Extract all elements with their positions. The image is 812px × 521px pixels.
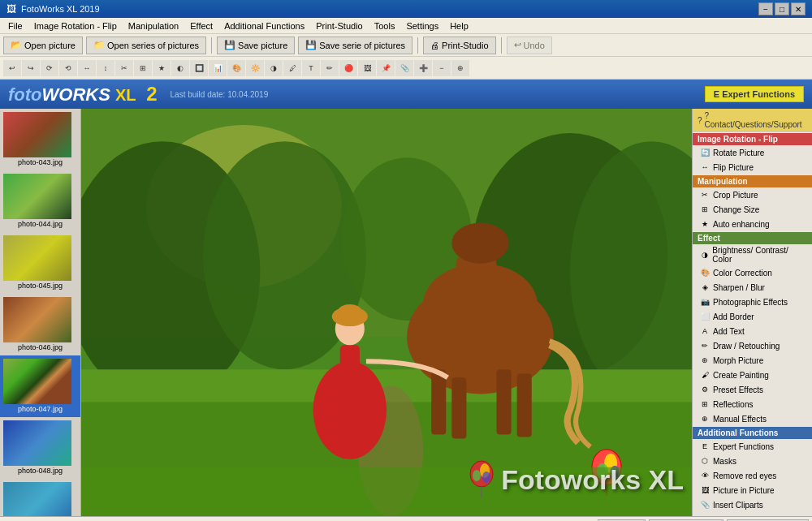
- icon-btn-7[interactable]: ✂: [115, 60, 133, 76]
- rotate-picture-button[interactable]: 🔄 Rotate Picture: [693, 145, 812, 160]
- icon-btn-19[interactable]: 🔴: [339, 60, 357, 76]
- thumbnail-image-043: [3, 112, 71, 157]
- menu-print-studio[interactable]: Print-Studio: [311, 19, 367, 32]
- photographic-effects-button[interactable]: 📷 Photographic Effects: [693, 295, 812, 309]
- symbols-lines-button[interactable]: — Symbols and Lines: [693, 512, 812, 516]
- menu-tools[interactable]: Tools: [369, 19, 400, 32]
- menu-settings[interactable]: Settings: [401, 19, 443, 32]
- open-picture-button[interactable]: 📂 Open picture: [3, 37, 83, 54]
- icon-btn-23[interactable]: ➕: [414, 60, 432, 76]
- thumbnail-image-047: [3, 359, 71, 404]
- masks-icon: ⬡: [699, 455, 710, 467]
- icon-btn-21[interactable]: 📌: [377, 60, 395, 76]
- undo-button[interactable]: ↩ Undo: [507, 37, 552, 54]
- crop-picture-button[interactable]: ✂ Crop Picture: [693, 187, 812, 202]
- thumbnail-image-044: [3, 174, 71, 219]
- icon-btn-3[interactable]: ⟳: [41, 60, 58, 76]
- sharpen-blur-button[interactable]: ◈ Sharpen / Blur: [693, 280, 812, 295]
- close-button[interactable]: ✕: [791, 2, 806, 15]
- icon-btn-13[interactable]: 🎨: [227, 60, 245, 76]
- thumbnail-048[interactable]: photo-048.jpg: [0, 417, 80, 479]
- insert-cliparts-button[interactable]: 📎 Insert Cliparts: [693, 497, 812, 512]
- manual-effects-button[interactable]: ⊕ Manual Effects: [693, 411, 812, 426]
- icon-btn-18[interactable]: ✏: [321, 60, 339, 76]
- thumbnail-043[interactable]: photo-043.jpg: [0, 109, 80, 170]
- icon-toolbar: ↩ ↪ ⟳ ⟲ ↔ ↕ ✂ ⊞ ★ ◐ 🔲 📊 🎨 🔆 ◑ 🖊 T ✏ 🔴 🖼 …: [0, 57, 812, 80]
- icon-btn-5[interactable]: ↔: [78, 60, 96, 76]
- draw-retouching-button[interactable]: ✏ Draw / Retouching: [693, 338, 812, 353]
- brightness-contrast-button[interactable]: ◑ Brightness/ Contrast/ Color: [693, 244, 812, 265]
- thumbnail-label-047: photo-047.jpg: [3, 404, 77, 414]
- add-border-button[interactable]: ⬜ Add Border: [693, 309, 812, 324]
- menu-effect[interactable]: Effect: [185, 19, 218, 32]
- icon-btn-24[interactable]: −: [433, 60, 451, 76]
- icon-btn-8[interactable]: ⊞: [134, 60, 152, 76]
- icon-btn-20[interactable]: 🖼: [358, 60, 376, 76]
- menu-manipulation[interactable]: Manipulation: [123, 19, 184, 32]
- open-series-button[interactable]: 📁 Open series of pictures: [86, 37, 206, 54]
- icon-btn-6[interactable]: ↕: [97, 60, 114, 76]
- icon-btn-2[interactable]: ↪: [22, 60, 40, 76]
- build-date: Last build date: 10.04.2019: [171, 90, 269, 99]
- preset-effects-button[interactable]: ⚙ Preset Effects: [693, 382, 812, 397]
- save-icon: 💾: [224, 40, 235, 50]
- morph-icon: ⊛: [699, 355, 710, 366]
- contact-support-button[interactable]: ? ? Contact/Questions/Support: [693, 109, 812, 132]
- icon-btn-22[interactable]: 📎: [395, 60, 413, 76]
- morph-picture-button[interactable]: ⊛ Morph Picture: [693, 353, 812, 368]
- menu-additional[interactable]: Additional Functions: [219, 19, 309, 32]
- folder-series-icon: 📁: [93, 40, 105, 50]
- thumbnail-049[interactable]: photo-049.jpg: [0, 479, 80, 516]
- expert-functions-button[interactable]: E Expert Functions: [693, 439, 812, 454]
- menu-image-rotation[interactable]: Image Rotation - Flip: [29, 19, 122, 32]
- thumbnail-image-048: [3, 420, 71, 466]
- menu-help[interactable]: Help: [445, 19, 473, 32]
- icon-btn-15[interactable]: ◑: [265, 60, 283, 76]
- add-text-button[interactable]: A Add Text: [693, 324, 812, 338]
- icon-btn-10[interactable]: ◐: [171, 60, 189, 76]
- preset-icon: ⚙: [699, 384, 710, 395]
- auto-enhancing-button[interactable]: ★ Auto enhancing: [693, 217, 812, 231]
- icon-btn-14[interactable]: 🔆: [246, 60, 264, 76]
- menu-file[interactable]: File: [3, 19, 28, 32]
- picture-in-picture-button[interactable]: 🖼 Picture in Picture: [693, 483, 812, 497]
- icon-btn-11[interactable]: 🔲: [190, 60, 208, 76]
- thumbnail-046[interactable]: photo-046.jpg: [0, 294, 80, 355]
- save-picture-button[interactable]: 💾 Save picture: [217, 37, 295, 54]
- save-series-icon: 💾: [305, 40, 317, 50]
- svg-rect-18: [517, 373, 532, 437]
- thumbnail-044[interactable]: photo-044.jpg: [0, 170, 80, 232]
- thumbnail-image-045: [3, 235, 71, 281]
- save-series-button[interactable]: 💾 Save serie of pictures: [298, 37, 412, 54]
- flip-picture-button[interactable]: ↔ Flip Picture: [693, 160, 812, 174]
- icon-btn-1[interactable]: ↩: [3, 60, 21, 76]
- masks-button[interactable]: ⬡ Masks: [693, 454, 812, 468]
- icon-btn-16[interactable]: 🖊: [283, 60, 301, 76]
- change-size-button[interactable]: ⊞ Change Size: [693, 202, 812, 217]
- thumbnail-image-046: [3, 297, 71, 342]
- icon-btn-9[interactable]: ★: [153, 60, 171, 76]
- toolbar-separator-1: [211, 37, 212, 54]
- maximize-button[interactable]: □: [775, 2, 789, 15]
- reflections-button[interactable]: ⊞ Reflections: [693, 397, 812, 411]
- title-bar-controls: − □ ✕: [758, 2, 806, 15]
- remove-red-eyes-button[interactable]: 👁 Remove red eyes: [693, 468, 812, 483]
- right-panel: ? ? Contact/Questions/Support Image Rota…: [692, 109, 812, 516]
- border-icon: ⬜: [699, 311, 710, 322]
- color-correction-icon: 🎨: [699, 267, 710, 278]
- icon-btn-25[interactable]: ⊕: [451, 60, 469, 76]
- create-painting-button[interactable]: 🖌 Create Painting: [693, 368, 812, 382]
- minimize-button[interactable]: −: [758, 2, 773, 15]
- thumbnail-047[interactable]: photo-047.jpg: [0, 355, 80, 417]
- icon-btn-17[interactable]: T: [302, 60, 320, 76]
- icon-btn-12[interactable]: 📊: [209, 60, 227, 76]
- print-studio-button[interactable]: 🖨 Print-Studio: [423, 37, 495, 54]
- thumbnail-045[interactable]: photo-045.jpg: [0, 232, 80, 294]
- draw-icon: ✏: [699, 340, 710, 351]
- pip-icon: 🖼: [699, 484, 710, 496]
- color-correction-button[interactable]: 🎨 Color Correction: [693, 265, 812, 280]
- toolbar-separator-2: [417, 37, 418, 54]
- icon-btn-4[interactable]: ⟲: [59, 60, 77, 76]
- red-eye-icon: 👁: [699, 470, 710, 481]
- expert-functions-header-button[interactable]: E Expert Functions: [705, 86, 804, 102]
